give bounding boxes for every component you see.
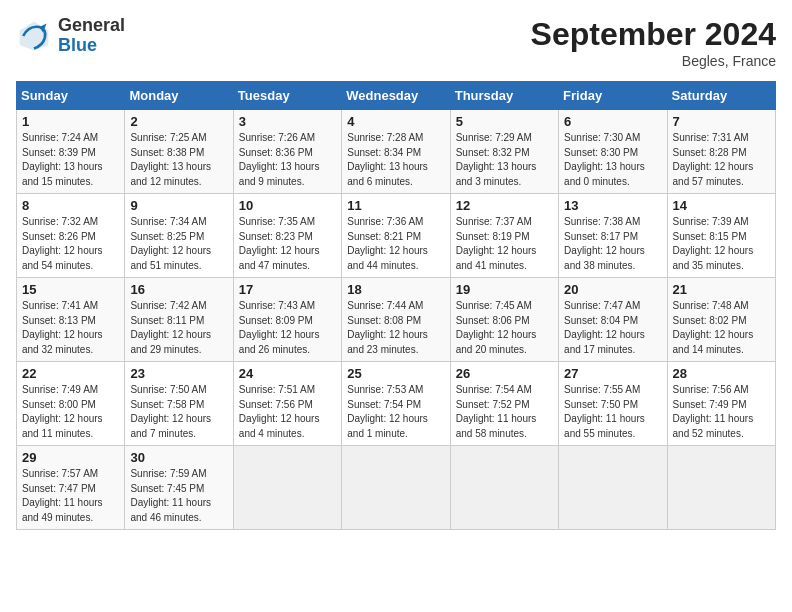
day-detail: Sunrise: 7:47 AMSunset: 8:04 PMDaylight:…	[564, 299, 661, 357]
calendar-header: SundayMondayTuesdayWednesdayThursdayFrid…	[17, 82, 776, 110]
day-number: 29	[22, 450, 119, 465]
day-number: 23	[130, 366, 227, 381]
day-number: 18	[347, 282, 444, 297]
day-number: 22	[22, 366, 119, 381]
day-detail: Sunrise: 7:49 AMSunset: 8:00 PMDaylight:…	[22, 383, 119, 441]
logo: General Blue	[16, 16, 125, 56]
logo-text: General Blue	[58, 16, 125, 56]
calendar-cell: 17Sunrise: 7:43 AMSunset: 8:09 PMDayligh…	[233, 278, 341, 362]
day-number: 20	[564, 282, 661, 297]
title-area: September 2024 Begles, France	[531, 16, 776, 69]
day-number: 14	[673, 198, 770, 213]
calendar-cell: 27Sunrise: 7:55 AMSunset: 7:50 PMDayligh…	[559, 362, 667, 446]
calendar-body: 1Sunrise: 7:24 AMSunset: 8:39 PMDaylight…	[17, 110, 776, 530]
day-number: 16	[130, 282, 227, 297]
calendar-cell: 6Sunrise: 7:30 AMSunset: 8:30 PMDaylight…	[559, 110, 667, 194]
calendar-cell: 25Sunrise: 7:53 AMSunset: 7:54 PMDayligh…	[342, 362, 450, 446]
day-number: 10	[239, 198, 336, 213]
day-of-week-friday: Friday	[559, 82, 667, 110]
day-number: 28	[673, 366, 770, 381]
day-number: 9	[130, 198, 227, 213]
day-detail: Sunrise: 7:48 AMSunset: 8:02 PMDaylight:…	[673, 299, 770, 357]
calendar-cell: 15Sunrise: 7:41 AMSunset: 8:13 PMDayligh…	[17, 278, 125, 362]
day-number: 27	[564, 366, 661, 381]
calendar-cell: 29Sunrise: 7:57 AMSunset: 7:47 PMDayligh…	[17, 446, 125, 530]
day-detail: Sunrise: 7:51 AMSunset: 7:56 PMDaylight:…	[239, 383, 336, 441]
day-number: 21	[673, 282, 770, 297]
day-detail: Sunrise: 7:55 AMSunset: 7:50 PMDaylight:…	[564, 383, 661, 441]
day-number: 24	[239, 366, 336, 381]
day-number: 6	[564, 114, 661, 129]
calendar-cell: 26Sunrise: 7:54 AMSunset: 7:52 PMDayligh…	[450, 362, 558, 446]
day-detail: Sunrise: 7:32 AMSunset: 8:26 PMDaylight:…	[22, 215, 119, 273]
calendar-cell: 8Sunrise: 7:32 AMSunset: 8:26 PMDaylight…	[17, 194, 125, 278]
day-detail: Sunrise: 7:24 AMSunset: 8:39 PMDaylight:…	[22, 131, 119, 189]
day-number: 15	[22, 282, 119, 297]
day-detail: Sunrise: 7:30 AMSunset: 8:30 PMDaylight:…	[564, 131, 661, 189]
calendar-cell	[667, 446, 775, 530]
week-row-2: 8Sunrise: 7:32 AMSunset: 8:26 PMDaylight…	[17, 194, 776, 278]
week-row-3: 15Sunrise: 7:41 AMSunset: 8:13 PMDayligh…	[17, 278, 776, 362]
day-number: 4	[347, 114, 444, 129]
calendar-cell: 10Sunrise: 7:35 AMSunset: 8:23 PMDayligh…	[233, 194, 341, 278]
day-number: 17	[239, 282, 336, 297]
day-number: 26	[456, 366, 553, 381]
logo-icon	[16, 18, 52, 54]
day-of-week-saturday: Saturday	[667, 82, 775, 110]
location-subtitle: Begles, France	[531, 53, 776, 69]
day-detail: Sunrise: 7:36 AMSunset: 8:21 PMDaylight:…	[347, 215, 444, 273]
day-header-row: SundayMondayTuesdayWednesdayThursdayFrid…	[17, 82, 776, 110]
calendar-cell: 18Sunrise: 7:44 AMSunset: 8:08 PMDayligh…	[342, 278, 450, 362]
day-detail: Sunrise: 7:41 AMSunset: 8:13 PMDaylight:…	[22, 299, 119, 357]
calendar-cell: 9Sunrise: 7:34 AMSunset: 8:25 PMDaylight…	[125, 194, 233, 278]
day-detail: Sunrise: 7:42 AMSunset: 8:11 PMDaylight:…	[130, 299, 227, 357]
day-detail: Sunrise: 7:38 AMSunset: 8:17 PMDaylight:…	[564, 215, 661, 273]
calendar-cell: 21Sunrise: 7:48 AMSunset: 8:02 PMDayligh…	[667, 278, 775, 362]
calendar-cell: 12Sunrise: 7:37 AMSunset: 8:19 PMDayligh…	[450, 194, 558, 278]
day-number: 3	[239, 114, 336, 129]
calendar-cell: 19Sunrise: 7:45 AMSunset: 8:06 PMDayligh…	[450, 278, 558, 362]
calendar-cell: 11Sunrise: 7:36 AMSunset: 8:21 PMDayligh…	[342, 194, 450, 278]
day-of-week-monday: Monday	[125, 82, 233, 110]
week-row-5: 29Sunrise: 7:57 AMSunset: 7:47 PMDayligh…	[17, 446, 776, 530]
calendar-cell: 28Sunrise: 7:56 AMSunset: 7:49 PMDayligh…	[667, 362, 775, 446]
calendar-cell: 23Sunrise: 7:50 AMSunset: 7:58 PMDayligh…	[125, 362, 233, 446]
day-detail: Sunrise: 7:44 AMSunset: 8:08 PMDaylight:…	[347, 299, 444, 357]
calendar-cell: 2Sunrise: 7:25 AMSunset: 8:38 PMDaylight…	[125, 110, 233, 194]
day-detail: Sunrise: 7:50 AMSunset: 7:58 PMDaylight:…	[130, 383, 227, 441]
day-of-week-thursday: Thursday	[450, 82, 558, 110]
day-number: 2	[130, 114, 227, 129]
day-of-week-wednesday: Wednesday	[342, 82, 450, 110]
calendar-cell	[233, 446, 341, 530]
week-row-4: 22Sunrise: 7:49 AMSunset: 8:00 PMDayligh…	[17, 362, 776, 446]
day-number: 11	[347, 198, 444, 213]
calendar-cell: 24Sunrise: 7:51 AMSunset: 7:56 PMDayligh…	[233, 362, 341, 446]
day-number: 30	[130, 450, 227, 465]
day-number: 25	[347, 366, 444, 381]
day-number: 12	[456, 198, 553, 213]
week-row-1: 1Sunrise: 7:24 AMSunset: 8:39 PMDaylight…	[17, 110, 776, 194]
day-detail: Sunrise: 7:53 AMSunset: 7:54 PMDaylight:…	[347, 383, 444, 441]
day-number: 5	[456, 114, 553, 129]
calendar-cell: 14Sunrise: 7:39 AMSunset: 8:15 PMDayligh…	[667, 194, 775, 278]
day-detail: Sunrise: 7:34 AMSunset: 8:25 PMDaylight:…	[130, 215, 227, 273]
day-detail: Sunrise: 7:59 AMSunset: 7:45 PMDaylight:…	[130, 467, 227, 525]
day-number: 1	[22, 114, 119, 129]
page-header: General Blue September 2024 Begles, Fran…	[16, 16, 776, 69]
calendar-cell: 7Sunrise: 7:31 AMSunset: 8:28 PMDaylight…	[667, 110, 775, 194]
calendar-cell: 30Sunrise: 7:59 AMSunset: 7:45 PMDayligh…	[125, 446, 233, 530]
day-number: 8	[22, 198, 119, 213]
day-number: 13	[564, 198, 661, 213]
day-detail: Sunrise: 7:54 AMSunset: 7:52 PMDaylight:…	[456, 383, 553, 441]
calendar-cell: 16Sunrise: 7:42 AMSunset: 8:11 PMDayligh…	[125, 278, 233, 362]
calendar-cell	[450, 446, 558, 530]
day-of-week-tuesday: Tuesday	[233, 82, 341, 110]
calendar-cell: 1Sunrise: 7:24 AMSunset: 8:39 PMDaylight…	[17, 110, 125, 194]
day-detail: Sunrise: 7:45 AMSunset: 8:06 PMDaylight:…	[456, 299, 553, 357]
calendar-table: SundayMondayTuesdayWednesdayThursdayFrid…	[16, 81, 776, 530]
calendar-cell: 13Sunrise: 7:38 AMSunset: 8:17 PMDayligh…	[559, 194, 667, 278]
day-detail: Sunrise: 7:31 AMSunset: 8:28 PMDaylight:…	[673, 131, 770, 189]
day-detail: Sunrise: 7:29 AMSunset: 8:32 PMDaylight:…	[456, 131, 553, 189]
day-detail: Sunrise: 7:57 AMSunset: 7:47 PMDaylight:…	[22, 467, 119, 525]
calendar-cell: 3Sunrise: 7:26 AMSunset: 8:36 PMDaylight…	[233, 110, 341, 194]
